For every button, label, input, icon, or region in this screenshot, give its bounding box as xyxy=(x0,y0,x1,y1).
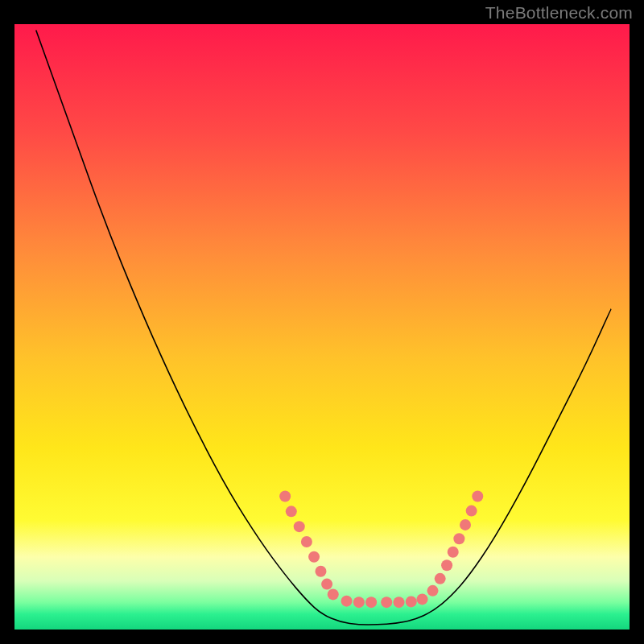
marker-dot xyxy=(460,519,471,530)
marker-dot xyxy=(394,597,405,608)
marker-dot xyxy=(341,596,353,607)
marker-dot xyxy=(441,559,452,571)
marker-dot xyxy=(472,491,483,502)
marker-dot xyxy=(381,597,392,608)
plot-background xyxy=(14,24,630,630)
marker-dot xyxy=(308,551,320,563)
marker-dot xyxy=(353,597,365,608)
marker-dot xyxy=(294,521,305,532)
marker-dot xyxy=(453,533,464,544)
marker-dot xyxy=(321,579,332,590)
chart-svg xyxy=(0,0,644,644)
marker-dot xyxy=(427,585,439,597)
marker-dot xyxy=(417,593,428,605)
marker-dot xyxy=(448,547,459,558)
marker-dot xyxy=(301,536,312,547)
watermark-text: TheBottleneck.com xyxy=(485,3,633,23)
marker-dot xyxy=(466,506,477,517)
marker-dot xyxy=(435,573,446,584)
marker-dot xyxy=(406,596,417,607)
marker-dot xyxy=(286,506,297,517)
marker-dot xyxy=(279,491,291,502)
marker-dot xyxy=(328,588,339,600)
marker-dot xyxy=(365,597,377,608)
marker-dot xyxy=(315,566,326,577)
chart-stage: TheBottleneck.com xyxy=(0,0,644,644)
